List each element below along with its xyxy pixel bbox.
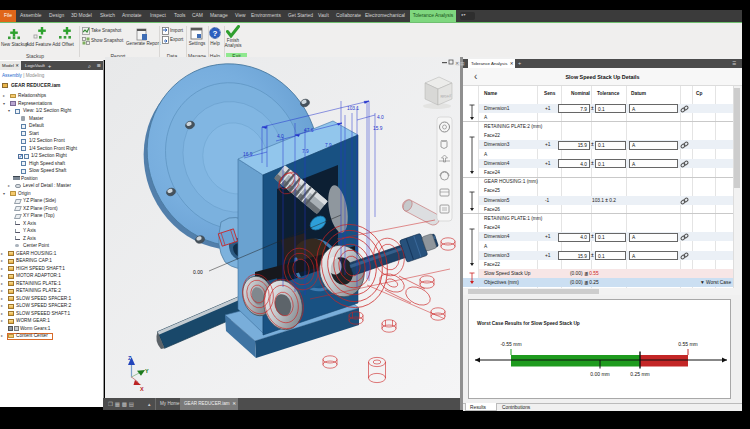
svg-text:-0.55 mm: -0.55 mm: [500, 341, 521, 347]
svg-text:X: X: [140, 386, 144, 392]
svg-text:47.6: 47.6: [304, 128, 314, 133]
svg-text:4.0: 4.0: [377, 115, 384, 120]
svg-text:4.0: 4.0: [277, 134, 284, 139]
svg-text:Y: Y: [145, 368, 149, 374]
svg-text:0.25 mm: 0.25 mm: [630, 371, 649, 377]
svg-text:7.9: 7.9: [302, 149, 309, 154]
svg-text:103.1: 103.1: [347, 106, 359, 111]
svg-text:0.00: 0.00: [193, 269, 203, 275]
svg-text:0.55 mm: 0.55 mm: [678, 341, 697, 347]
svg-text:?: ?: [213, 29, 218, 38]
svg-text:16.9: 16.9: [243, 152, 253, 157]
svg-text:RIGHT: RIGHT: [440, 94, 452, 99]
svg-text:15.9: 15.9: [373, 126, 383, 131]
svg-text:7.9: 7.9: [325, 143, 332, 148]
svg-text:0.00 mm: 0.00 mm: [590, 371, 609, 377]
